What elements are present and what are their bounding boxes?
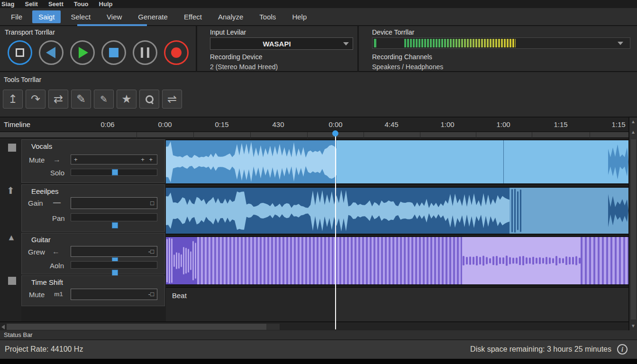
pause-button[interactable]	[133, 40, 157, 65]
status-bar-strip: Status Bar	[0, 330, 637, 340]
record-button[interactable]	[164, 40, 189, 65]
audio-clip[interactable]	[166, 237, 197, 284]
level-meter[interactable]	[372, 37, 630, 49]
audio-clip[interactable]	[608, 140, 628, 183]
menu-file[interactable]: File	[5, 10, 28, 23]
horizontal-scrollbar[interactable]	[0, 321, 628, 330]
selection-tool-button[interactable]: ↥	[3, 90, 23, 109]
waveform-track-guitar[interactable]	[166, 236, 628, 285]
vertical-scrollbar[interactable]: ▲ ▲ ▼	[628, 118, 637, 330]
device-toolbar: Device Torrllar Recording Channels Speak…	[360, 26, 637, 72]
pan-label[interactable]: Pan	[52, 214, 65, 222]
timeline-label: Timeline	[4, 120, 30, 128]
menu-generate[interactable]: Generate	[132, 10, 174, 23]
track-title: Time Shift	[31, 278, 63, 286]
vscroll-thumb[interactable]	[631, 139, 636, 319]
track-panel-eeeilpes: Eeeilpes Gain — □ Pan	[21, 184, 165, 232]
titlebar-item[interactable]: Touo	[74, 0, 89, 8]
playhead-handle[interactable]	[332, 130, 338, 136]
time-shift-mute-slider[interactable]: -□	[71, 289, 157, 300]
titlebar-item[interactable]: Siag	[1, 0, 14, 8]
substrip-divider	[136, 132, 137, 138]
field-left-text: +	[74, 156, 78, 163]
device-toolbar-title: Device Torrllar	[372, 28, 414, 36]
titlebar-item[interactable]: Seett	[48, 0, 64, 8]
audio-clip[interactable]	[581, 237, 628, 284]
vocals-mute-slider[interactable]: + + +	[71, 155, 157, 164]
empty-region	[336, 288, 628, 321]
audio-clip[interactable]	[462, 237, 581, 284]
waveform-track-vocals[interactable]	[166, 139, 628, 184]
meter-tick	[374, 39, 376, 47]
info-icon[interactable]: i	[617, 344, 628, 355]
rewind-button[interactable]	[39, 40, 64, 65]
gain-label[interactable]: Gain	[28, 199, 43, 207]
grew-slider[interactable]: -□	[71, 246, 157, 257]
pencil-tool-button[interactable]: ✎	[94, 90, 114, 109]
mute-label[interactable]: Mute	[29, 291, 45, 299]
waveform-track-eeeilpes[interactable]	[166, 187, 628, 235]
track-panel-guitar: Guitar Grew ← -□ Aoln	[21, 233, 165, 274]
audio-clip[interactable]	[166, 140, 337, 183]
titlebar-item[interactable]: Selit	[25, 0, 37, 8]
scroll-left-arrow-icon[interactable]	[1, 325, 5, 329]
menu-help[interactable]: Help	[286, 10, 313, 23]
hscroll-thumb[interactable]	[7, 324, 266, 330]
aoln-slider[interactable]	[71, 261, 157, 269]
field-right-text: + +	[141, 156, 154, 163]
grew-label[interactable]: Grew	[28, 248, 45, 256]
menu-effect[interactable]: Effect	[178, 10, 208, 23]
upload-arrow-icon: ↥	[8, 93, 18, 105]
playhead-line[interactable]	[335, 132, 336, 329]
swap-tool-button[interactable]: ⇄	[48, 90, 68, 109]
scroll-down-arrow-icon[interactable]: ▼	[631, 323, 636, 328]
solo-label[interactable]: Solo	[50, 169, 64, 177]
square-icon[interactable]	[8, 144, 16, 152]
menu-analyze[interactable]: Analyze	[212, 10, 249, 23]
host-dropdown-value: WASAPI	[210, 40, 343, 48]
audio-clip[interactable]	[166, 188, 510, 234]
menu-saigt-active[interactable]: Saigt	[32, 10, 61, 23]
mute-label[interactable]: Mute	[29, 156, 45, 164]
timeline-substrip[interactable]	[0, 132, 628, 138]
play-button[interactable]	[70, 40, 95, 65]
multi-tool-button[interactable]: ⇌	[162, 90, 182, 109]
host-dropdown[interactable]: WASAPI	[210, 37, 353, 50]
aoln-label[interactable]: Aoln	[50, 262, 64, 270]
track-gutter: ⬆ ▲	[0, 139, 21, 321]
slider-handle[interactable]	[112, 169, 118, 175]
disk-space-text: Disk space remaining: 3 hours 25 minutes	[470, 345, 611, 354]
toolbar-row: Transport Torrllar Input Levilar WASAPI …	[0, 26, 637, 72]
triangle-up-icon[interactable]: ▲	[7, 233, 16, 243]
gain-slider[interactable]: □	[71, 197, 157, 209]
slider-handle[interactable]	[112, 222, 118, 228]
scroll-up-arrow-icon[interactable]: ▲	[631, 129, 636, 135]
stop-outline-button[interactable]	[8, 40, 32, 65]
zoom-tool-button[interactable]	[139, 90, 159, 109]
square-icon[interactable]	[8, 277, 16, 285]
envelope-tool-button[interactable]: ↷	[26, 90, 46, 109]
timeline-ruler[interactable]: Timeline 0:060:000:154300:004:451:001:00…	[0, 118, 628, 132]
branch-arrows-icon: ⇌	[167, 93, 177, 105]
track-panel-vocals: Vocals Mute → + + + Solo	[21, 139, 165, 183]
recording-device-label: Recording Device	[210, 53, 263, 61]
pan-slider[interactable]	[71, 213, 157, 221]
menu-select[interactable]: Select	[64, 10, 97, 23]
track-area: ⬆ ▲ Vocals Mute → + + + Solo Eeeilpes Ga…	[0, 139, 628, 321]
menu-view[interactable]: View	[100, 10, 128, 23]
draw-tool-button[interactable]: ✎	[71, 90, 91, 109]
scroll-up-arrow-icon[interactable]: ▲	[631, 119, 636, 124]
waveform-track-beat[interactable]: Beat	[166, 287, 628, 321]
titlebar-item[interactable]: Hulp	[99, 0, 113, 8]
audio-clip[interactable]	[608, 188, 628, 234]
pause-icon	[141, 47, 149, 58]
star-tool-button[interactable]: ★	[117, 90, 136, 109]
audio-clip[interactable]	[197, 237, 462, 284]
menu-tools[interactable]: Tools	[253, 10, 282, 23]
timeline-tick: 0:15	[215, 120, 228, 128]
arrow-up-icon[interactable]: ⬆	[7, 185, 15, 196]
vocals-solo-slider[interactable]	[71, 169, 157, 176]
stop-button[interactable]	[101, 40, 126, 65]
tools-toolbar: Tools Torrllar ↥ ↷ ⇄ ✎ ✎ ★ ⇌	[0, 72, 637, 118]
pencil-icon: ✎	[100, 95, 108, 104]
